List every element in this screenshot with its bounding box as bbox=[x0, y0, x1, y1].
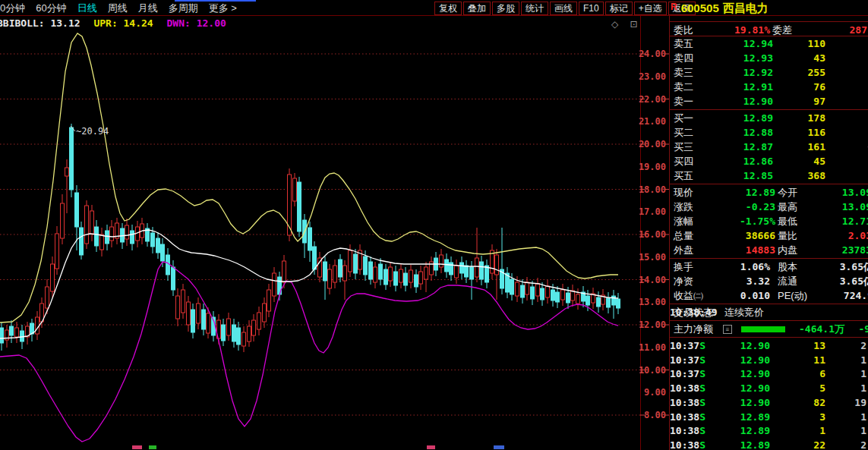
down-candle bbox=[10, 326, 14, 335]
info-label: 净资 bbox=[674, 274, 693, 288]
tick-side: S bbox=[699, 382, 705, 394]
quote-value: 13.09 bbox=[842, 185, 868, 200]
info-value: 3.65亿 bbox=[840, 274, 868, 288]
period-menu-item-0分钟[interactable]: 0分钟 bbox=[0, 0, 25, 16]
up-candle bbox=[282, 261, 286, 282]
stock-name[interactable]: 西昌电力 bbox=[723, 2, 769, 14]
quote-row: 外盘14883内盘23783 bbox=[670, 243, 868, 257]
period-menu-item-周线[interactable]: 周线 bbox=[108, 0, 128, 16]
bid-row[interactable]: 买五12.85368 bbox=[670, 168, 868, 183]
ask-row[interactable]: 卖二12.9176 bbox=[670, 80, 868, 94]
list-icon[interactable]: ≡ bbox=[723, 325, 732, 334]
up-candle bbox=[571, 291, 575, 301]
quote-value: 12.71 bbox=[842, 214, 868, 228]
up-candle bbox=[125, 225, 129, 239]
chart-corner-icons[interactable]: ◇ ⊡ bbox=[611, 19, 642, 30]
down-candle bbox=[485, 266, 489, 282]
toolbar: 复权叠加多股统计画线F10标记+自选返回 bbox=[434, 1, 697, 15]
toolbar-button-画线[interactable]: 画线 bbox=[550, 2, 577, 15]
bid-row[interactable]: 买二12.88116 bbox=[670, 125, 868, 140]
price-axis-label: 11.00 bbox=[639, 342, 666, 353]
tick-row[interactable]: 10:3812.9082S19 bbox=[670, 395, 868, 410]
down-candle bbox=[131, 231, 134, 244]
stock-code[interactable]: 600505 bbox=[681, 2, 719, 14]
down-candle bbox=[607, 298, 611, 307]
period-menu-item-多周期[interactable]: 多周期 bbox=[169, 0, 198, 16]
tick-row[interactable]: 10:3712.9011S1 bbox=[670, 353, 868, 367]
toolbar-button-复权[interactable]: 复权 bbox=[434, 2, 462, 15]
main-flow-label: 主力净额 bbox=[674, 322, 713, 336]
ask-volume: 76 bbox=[813, 80, 825, 94]
down-candle bbox=[21, 331, 24, 341]
down-candle bbox=[556, 292, 560, 302]
down-candle bbox=[339, 260, 342, 277]
quote-value: 13.09 bbox=[842, 200, 868, 214]
tick-time: 10:37 bbox=[670, 340, 699, 351]
tick-volume: 5 bbox=[819, 381, 825, 395]
info-label: 换手 bbox=[674, 260, 693, 274]
period-menu-item-月线[interactable]: 月线 bbox=[138, 0, 158, 16]
info-label: 收益㈡ bbox=[674, 288, 703, 303]
quote-label: 量比 bbox=[778, 228, 797, 243]
bid-label: 买五 bbox=[674, 168, 693, 183]
ask-row[interactable]: 卖四12.9343 bbox=[670, 51, 868, 65]
up-candle bbox=[425, 267, 428, 279]
info-value: 724.9 bbox=[844, 288, 868, 303]
down-candle bbox=[379, 264, 383, 279]
tick-time: 10:38 bbox=[670, 439, 699, 450]
ask-price: 12.91 bbox=[743, 80, 773, 94]
tick-side: S bbox=[699, 397, 705, 408]
tick-side: S bbox=[699, 411, 705, 423]
period-menu-item-更多 >[interactable]: 更多 > bbox=[209, 0, 237, 16]
tick-row[interactable]: 10:3812.891S1 bbox=[670, 423, 868, 438]
bid-volume: 45 bbox=[813, 154, 825, 168]
bbiboll-candle-chart[interactable]: 24.0023.0022.0021.0020.0019.0018.0017.00… bbox=[0, 16, 669, 450]
ask-row[interactable]: 卖一12.9097 bbox=[670, 94, 868, 109]
bid-row[interactable]: 买一12.89178-1 bbox=[670, 111, 868, 125]
up-candle bbox=[257, 313, 261, 329]
up-candle bbox=[455, 266, 459, 278]
bid-price: 12.87 bbox=[743, 140, 773, 154]
up-candle bbox=[288, 175, 292, 235]
toolbar-button-叠加[interactable]: 叠加 bbox=[463, 2, 491, 15]
stock-header: R600505西昌电力 bbox=[671, 0, 769, 16]
candlestick-chart-area[interactable]: 24.0023.0022.0021.0020.0019.0018.0017.00… bbox=[0, 16, 669, 450]
ask-row[interactable]: 卖五12.94110 bbox=[670, 36, 868, 51]
toolbar-button-统计[interactable]: 统计 bbox=[521, 2, 548, 15]
tick-row[interactable]: 10:3812.8922S2 bbox=[670, 438, 868, 450]
period-menu-item-60分钟[interactable]: 60分钟 bbox=[36, 0, 66, 16]
toolbar-button-多股[interactable]: 多股 bbox=[492, 2, 519, 15]
up-candle bbox=[440, 255, 443, 267]
panel-separator bbox=[670, 304, 868, 304]
down-candle bbox=[313, 247, 317, 269]
down-candle bbox=[369, 262, 373, 279]
info-value: 1.06% bbox=[740, 260, 770, 274]
tick-time: 10:38 bbox=[670, 397, 699, 408]
tick-row[interactable]: 10:3712.906S1 bbox=[670, 367, 868, 381]
panel-separator bbox=[670, 109, 868, 110]
tick-price: 12.90 bbox=[740, 338, 770, 353]
tick-price: 12.90 bbox=[740, 367, 770, 381]
up-candle bbox=[100, 234, 104, 250]
bottom-indicator-mark bbox=[132, 445, 142, 449]
bid-row[interactable]: 买四12.8645 bbox=[670, 154, 868, 168]
up-candle bbox=[46, 287, 49, 308]
up-candle bbox=[374, 267, 377, 282]
tick-price: 12.90 bbox=[740, 381, 770, 395]
up-candle bbox=[409, 270, 413, 282]
price-axis-label: 13.00 bbox=[639, 297, 666, 307]
period-menu-item-日线[interactable]: 日线 bbox=[77, 0, 97, 16]
down-candle bbox=[151, 233, 155, 247]
toolbar-button-+自选[interactable]: +自选 bbox=[634, 2, 667, 15]
up-candle bbox=[495, 255, 499, 275]
tick-row[interactable]: 10:3812.905S1 bbox=[670, 381, 868, 395]
up-candle bbox=[399, 269, 403, 282]
bid-row[interactable]: 买三12.87161+5 bbox=[670, 140, 868, 154]
tick-row[interactable]: 10:3812.893S1 bbox=[670, 410, 868, 424]
up-candle bbox=[110, 227, 114, 241]
tick-row[interactable]: 10:3712.9013S2 bbox=[670, 338, 868, 353]
ask-row[interactable]: 卖三12.92255 bbox=[670, 65, 868, 80]
tick-time: 10:38 bbox=[670, 425, 699, 436]
toolbar-button-标记[interactable]: 标记 bbox=[605, 2, 633, 15]
toolbar-button-F10[interactable]: F10 bbox=[579, 2, 604, 15]
